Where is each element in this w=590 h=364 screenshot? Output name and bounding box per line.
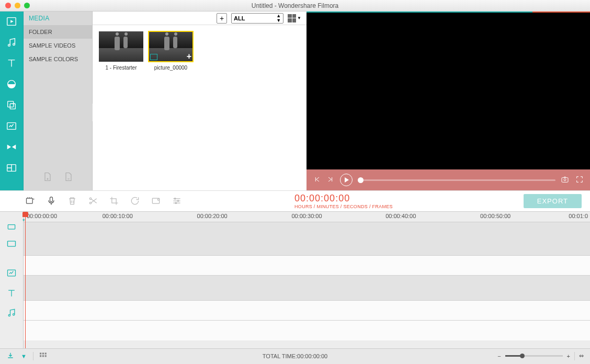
media-browser: MEDIA FOLDER SAMPLE VIDEOS SAMPLE COLORS bbox=[24, 12, 93, 190]
svg-rect-4 bbox=[8, 101, 14, 107]
statusbar: ▼ TOTAL TIME:00:00:00:00 − + ⇔ bbox=[0, 348, 590, 363]
media-tab-icon[interactable] bbox=[6, 16, 17, 27]
fullscreen-icon[interactable] bbox=[575, 175, 584, 185]
chevron-down-icon[interactable]: ▼ bbox=[21, 353, 27, 359]
voiceover-icon[interactable] bbox=[46, 196, 56, 207]
filter-select-label: ALL bbox=[234, 15, 245, 21]
svg-rect-20 bbox=[8, 241, 16, 246]
elements-tab-icon[interactable] bbox=[6, 120, 17, 132]
play-button[interactable] bbox=[340, 174, 353, 186]
music-tab-icon[interactable] bbox=[6, 37, 17, 48]
thumbnail-grid: 1 - Firestarter + picture_00000 bbox=[93, 25, 307, 77]
delete-folder-icon[interactable] bbox=[64, 172, 73, 183]
next-frame-icon[interactable] bbox=[326, 175, 335, 185]
svg-point-23 bbox=[13, 314, 15, 315]
text-track[interactable] bbox=[24, 301, 590, 321]
crop-icon[interactable] bbox=[109, 196, 119, 207]
export-button[interactable]: EXPORT bbox=[524, 194, 582, 208]
ruler-tick: 00:01:0 bbox=[569, 213, 588, 219]
timecode-display: 00:00:00:00 HOURS / MINUTES / SECONDS / … bbox=[294, 193, 393, 209]
svg-point-18 bbox=[175, 202, 177, 203]
svg-rect-25 bbox=[42, 352, 44, 354]
filters-tab-icon[interactable] bbox=[6, 78, 17, 90]
fit-zoom-icon[interactable]: ⇔ bbox=[579, 352, 584, 359]
thumb-label: picture_00000 bbox=[149, 65, 193, 71]
browser-item-sample-colors[interactable]: SAMPLE COLORS bbox=[24, 52, 92, 66]
tool-rail bbox=[0, 12, 24, 190]
text-track-icon[interactable] bbox=[0, 283, 23, 304]
color-icon[interactable] bbox=[151, 196, 161, 207]
svg-point-13 bbox=[89, 202, 91, 203]
browser-item-folder[interactable]: FOLDER bbox=[24, 25, 92, 39]
svg-rect-28 bbox=[42, 355, 44, 357]
overlays-tab-icon[interactable] bbox=[6, 99, 17, 111]
snapshot-icon[interactable] bbox=[561, 175, 569, 185]
media-thumb[interactable]: 1 - Firestarter bbox=[99, 31, 143, 71]
add-to-timeline-icon[interactable]: + bbox=[187, 52, 191, 61]
timeline-body[interactable]: 00:00:00:00 00:00:10:00 00:00:20:00 00:0… bbox=[24, 212, 590, 348]
split-icon[interactable] bbox=[88, 196, 98, 207]
svg-point-17 bbox=[177, 200, 179, 201]
ruler-tick: 00:00:20:00 bbox=[197, 213, 228, 219]
pip-track[interactable] bbox=[24, 276, 590, 301]
svg-rect-29 bbox=[44, 355, 46, 357]
svg-point-22 bbox=[8, 314, 10, 316]
preview-controls bbox=[307, 169, 590, 190]
media-toolbar: + ALL ▲▼ ▼ bbox=[93, 12, 307, 25]
import-button[interactable]: + bbox=[217, 13, 227, 24]
preview-seekbar[interactable] bbox=[358, 179, 555, 181]
view-mode-button[interactable]: ▼ bbox=[288, 14, 301, 22]
zoom-out-button[interactable]: − bbox=[497, 353, 501, 359]
svg-rect-24 bbox=[40, 352, 41, 354]
svg-rect-10 bbox=[27, 198, 33, 203]
zoom-in-button[interactable]: + bbox=[567, 353, 570, 359]
svg-point-16 bbox=[174, 198, 176, 199]
total-time: TOTAL TIME:00:00:00:00 bbox=[263, 353, 327, 359]
header-progress bbox=[307, 12, 590, 13]
ruler-tick: 00:00:40:00 bbox=[385, 213, 416, 219]
video-track-icon[interactable] bbox=[0, 234, 23, 254]
settings-icon[interactable] bbox=[172, 196, 182, 207]
preview-screen[interactable] bbox=[307, 12, 590, 169]
timecode-caption: HOURS / MINUTES / SECONDS / FRAMES bbox=[294, 204, 393, 209]
browser-item-sample-videos[interactable]: SAMPLE VIDEOS bbox=[24, 39, 92, 52]
rotate-icon[interactable] bbox=[130, 196, 140, 207]
audio-track[interactable] bbox=[24, 321, 590, 340]
timecode-value: 00:00:00:00 bbox=[294, 193, 393, 204]
delete-icon[interactable] bbox=[67, 196, 77, 207]
media-thumb[interactable]: + picture_00000 bbox=[149, 31, 193, 71]
svg-rect-19 bbox=[8, 225, 15, 229]
playhead[interactable] bbox=[25, 212, 26, 348]
text-tab-icon[interactable] bbox=[6, 58, 17, 69]
splitscreen-tab-icon[interactable] bbox=[6, 162, 17, 174]
svg-rect-11 bbox=[50, 197, 53, 201]
download-icon[interactable] bbox=[6, 351, 15, 361]
transitions-tab-icon[interactable] bbox=[6, 141, 17, 153]
pip-track-icon[interactable] bbox=[0, 263, 23, 283]
video-track[interactable] bbox=[24, 222, 590, 256]
image-badge-icon bbox=[150, 54, 157, 60]
svg-rect-8 bbox=[562, 178, 568, 183]
grid-view-icon[interactable] bbox=[40, 352, 48, 360]
ruler-tick: 00:00:50:00 bbox=[480, 213, 510, 219]
zoom-slider[interactable] bbox=[505, 355, 563, 357]
track-header-rail bbox=[0, 212, 24, 348]
svg-rect-27 bbox=[40, 355, 41, 357]
filter-select[interactable]: ALL ▲▼ bbox=[231, 13, 283, 24]
svg-point-12 bbox=[89, 198, 91, 199]
audio-track-icon[interactable] bbox=[0, 304, 23, 322]
svg-point-15 bbox=[157, 198, 159, 200]
prev-frame-icon[interactable] bbox=[313, 175, 321, 185]
timeline: 00:00:00:00 00:00:10:00 00:00:20:00 00:0… bbox=[0, 211, 590, 348]
add-track-icon[interactable] bbox=[0, 219, 23, 234]
record-clip-icon[interactable] bbox=[25, 196, 36, 207]
new-folder-icon[interactable] bbox=[43, 172, 52, 183]
chevron-updown-icon: ▲▼ bbox=[276, 14, 281, 23]
titlebar: Untitled - Wondershare Filmora bbox=[0, 0, 590, 12]
svg-rect-26 bbox=[44, 352, 46, 354]
svg-point-9 bbox=[564, 179, 566, 181]
thumb-label: 1 - Firestarter bbox=[99, 65, 143, 71]
time-ruler[interactable]: 00:00:00:00 00:00:10:00 00:00:20:00 00:0… bbox=[24, 212, 590, 222]
svg-point-1 bbox=[8, 44, 10, 47]
edit-toolbar: 00:00:00:00 HOURS / MINUTES / SECONDS / … bbox=[0, 190, 590, 211]
